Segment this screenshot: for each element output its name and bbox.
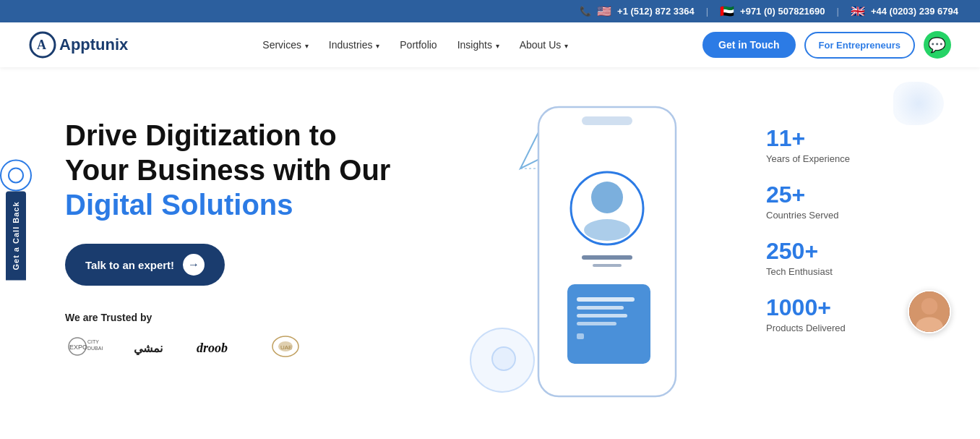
hero-stats: 11+ Years of Experience 25+ Countries Se… xyxy=(752,96,951,333)
svg-rect-24 xyxy=(577,297,635,302)
hero-title: Drive Digitization to Your Business with… xyxy=(65,118,463,222)
sep2: | xyxy=(837,6,839,17)
trusted-section: We are Trusted by EXPO CITY DUBAI نمشي xyxy=(65,312,463,361)
sidebar-call-back[interactable]: 📞 Get a Call Back xyxy=(0,159,32,280)
whatsapp-icon: 💬 xyxy=(928,36,946,54)
uk-flag: 🇬🇧 xyxy=(851,4,865,18)
sep1: | xyxy=(706,6,708,17)
trusted-label: We are Trusted by xyxy=(65,312,463,323)
svg-rect-17 xyxy=(582,116,632,125)
insights-dropdown-arrow: ▾ xyxy=(494,42,499,50)
main-nav: Services ▾ Industries ▾ Portfolio Insigh… xyxy=(262,39,568,51)
svg-rect-25 xyxy=(577,306,624,310)
hero-title-line2: Your Business with Our xyxy=(65,154,390,186)
svg-point-32 xyxy=(921,298,937,314)
uk-phone[interactable]: +44 (0203) 239 6794 xyxy=(871,6,958,17)
us-phone[interactable]: +1 (512) 872 3364 xyxy=(617,6,695,17)
logo-text: Apptunix xyxy=(59,35,128,54)
svg-point-19 xyxy=(591,182,623,213)
hero-center xyxy=(463,96,752,439)
avatar-circle xyxy=(908,290,951,333)
droob-logo: droob xyxy=(195,332,246,361)
header-right: Get in Touch For Entrepreneurs 💬 xyxy=(702,31,951,59)
call-icon: 📞 xyxy=(0,159,32,191)
phone-mockup xyxy=(528,103,687,407)
get-in-touch-button[interactable]: Get in Touch xyxy=(702,32,796,58)
stat-experience: 11+ Years of Experience xyxy=(766,125,951,164)
svg-rect-26 xyxy=(577,314,627,317)
top-bar: 📞 🇺🇸 +1 (512) 872 3364 | 🇦🇪 +971 (0) 507… xyxy=(0,0,980,22)
avatar-face xyxy=(909,291,950,332)
header: A Apptunix Services ▾ Industries ▾ Portf… xyxy=(0,22,980,67)
whatsapp-button[interactable]: 💬 xyxy=(924,31,951,59)
contact-us: 📞 🇺🇸 +1 (512) 872 3364 xyxy=(580,4,695,18)
uae-flag: 🇦🇪 xyxy=(720,4,734,18)
nomshi-logo: نمشي xyxy=(130,332,181,361)
hero-section: Drive Digitization to Your Business with… xyxy=(0,67,980,439)
logo[interactable]: A Apptunix xyxy=(29,31,128,59)
stat-countries-label: Countries Served xyxy=(766,210,951,221)
hero-title-blue: Digital Solutions xyxy=(65,189,293,221)
svg-text:UAE: UAE xyxy=(280,344,292,351)
expert-button-arrow: → xyxy=(183,254,205,276)
logo-icon: A xyxy=(29,31,56,59)
svg-rect-27 xyxy=(577,322,616,325)
nav-insights[interactable]: Insights ▾ xyxy=(457,39,499,51)
svg-text:EXPO: EXPO xyxy=(69,344,87,351)
stat-experience-label: Years of Experience xyxy=(766,153,951,164)
uae-contact: 🇦🇪 +971 (0) 507821690 xyxy=(720,4,825,18)
nav-industries[interactable]: Industries ▾ xyxy=(329,39,379,51)
expo-city-logo: EXPO CITY DUBAI xyxy=(65,332,116,361)
svg-point-20 xyxy=(584,219,630,241)
services-dropdown-arrow: ▾ xyxy=(303,42,309,50)
svg-text:A: A xyxy=(37,38,46,52)
phone-icon: 📞 xyxy=(580,6,591,17)
expert-button-label: Talk to an expert! xyxy=(85,259,174,271)
stat-countries: 25+ Countries Served xyxy=(766,182,951,221)
stat-tech-label: Tech Enthusiast xyxy=(766,266,951,277)
svg-rect-21 xyxy=(582,255,632,260)
trusted-logos: EXPO CITY DUBAI نمشي droob xyxy=(65,332,463,361)
entrepreneurs-button[interactable]: For Entrepreneurs xyxy=(804,32,915,59)
about-dropdown-arrow: ▾ xyxy=(562,42,568,50)
svg-rect-22 xyxy=(593,264,622,267)
nav-about-us[interactable]: About Us ▾ xyxy=(520,39,568,51)
stat-tech-number: 250+ xyxy=(766,238,951,265)
svg-rect-28 xyxy=(577,333,584,339)
svg-text:droob: droob xyxy=(197,341,228,355)
blue-blob xyxy=(893,82,944,125)
talk-to-expert-button[interactable]: Talk to an expert! → xyxy=(65,244,225,286)
stat-countries-number: 25+ xyxy=(766,182,951,208)
svg-text:CITY: CITY xyxy=(87,339,99,344)
stat-experience-number: 11+ xyxy=(766,125,951,152)
svg-text:DUBAI: DUBAI xyxy=(87,346,103,351)
uae-emblem-logo: UAE xyxy=(260,332,311,361)
svg-text:نمشي: نمشي xyxy=(134,342,163,355)
us-flag: 🇺🇸 xyxy=(597,4,611,18)
hero-cta: Talk to an expert! → xyxy=(65,244,463,286)
industries-dropdown-arrow: ▾ xyxy=(374,42,380,50)
nav-services[interactable]: Services ▾ xyxy=(262,39,308,51)
uk-contact: 🇬🇧 +44 (0203) 239 6794 xyxy=(851,4,958,18)
hero-title-line1: Drive Digitization to xyxy=(65,119,337,151)
svg-point-2 xyxy=(9,168,23,182)
circle-decoration-small xyxy=(491,346,516,371)
nav-portfolio[interactable]: Portfolio xyxy=(400,39,437,51)
uae-phone[interactable]: +971 (0) 507821690 xyxy=(740,6,825,17)
hero-left: Drive Digitization to Your Business with… xyxy=(65,96,463,361)
stat-tech: 250+ Tech Enthusiast xyxy=(766,238,951,277)
call-back-label[interactable]: Get a Call Back xyxy=(6,191,26,280)
